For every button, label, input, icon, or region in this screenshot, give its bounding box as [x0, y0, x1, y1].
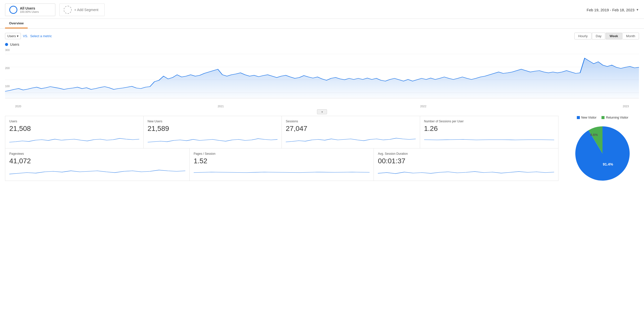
metric-card-sessions: Sessions 27,047: [282, 116, 420, 148]
mini-chart-avg-session-duration: [378, 167, 554, 177]
users-legend-label: Users: [10, 42, 19, 46]
time-btn-day[interactable]: Day: [592, 33, 605, 39]
metric-card-pageviews: Pageviews 41,072: [5, 148, 190, 181]
metric-value-sessions-per-user: 1.26: [424, 125, 554, 133]
segments-area: All Users 100.00% Users + Add Segment: [5, 4, 105, 16]
chart-legend: Users: [5, 42, 639, 46]
x-2020: 2020: [15, 105, 21, 108]
vs-label: VS.: [23, 34, 28, 38]
segment-all-users[interactable]: All Users 100.00% Users: [5, 4, 55, 16]
metric-value-new-users: 21,589: [148, 125, 278, 133]
date-range-selector[interactable]: Feb 19, 2019 - Feb 18, 2023 ▼: [587, 8, 639, 12]
add-segment-icon: [64, 6, 72, 14]
metrics-row-2: Pageviews 41,072 Pages / Session 1.52: [5, 148, 558, 181]
mini-chart-pages-per-session: [194, 167, 370, 177]
select-metric-link[interactable]: Select a metric: [30, 34, 52, 38]
metric-value-pageviews: 41,072: [9, 157, 185, 165]
collapse-button[interactable]: ▾: [317, 109, 327, 114]
pie-section: New Visitor Returning Visitor: [558, 116, 639, 184]
metric-card-users: Users 21,508: [5, 116, 144, 148]
date-range-arrow-icon: ▼: [636, 8, 639, 12]
metrics-row-1: Users 21,508 New Users 21,589: [5, 116, 558, 148]
chart-area: 300 200 100: [5, 48, 639, 108]
mini-chart-sessions: [286, 135, 416, 145]
legend-returning-visitor: Returning Visitor: [601, 116, 628, 119]
metric-dropdown[interactable]: Users ▾: [5, 33, 21, 39]
metric-card-new-users: New Users 21,589: [144, 116, 282, 148]
new-visitor-color-box: [577, 116, 580, 119]
mini-chart-users: [9, 135, 139, 145]
mini-chart-new-users: [148, 135, 278, 145]
bottom-section: Users 21,508 New Users 21,589: [0, 116, 644, 189]
users-legend-dot: [5, 43, 8, 46]
time-buttons: Hourly Day Week Month: [574, 33, 639, 39]
metric-selector: Users ▾ VS. Select a metric: [5, 33, 52, 39]
line-chart: [5, 48, 639, 104]
pie-chart: 91.4% 8.6%: [572, 123, 633, 184]
returning-visitor-legend-label: Returning Visitor: [606, 116, 628, 119]
metric-value-pages-per-session: 1.52: [194, 157, 370, 165]
chart-canvas: 2020 2021 2022 2023: [5, 48, 639, 108]
metric-card-pages-per-session: Pages / Session 1.52: [190, 148, 374, 181]
mini-chart-pageviews: [9, 167, 185, 177]
time-btn-month[interactable]: Month: [622, 33, 639, 39]
top-bar: All Users 100.00% Users + Add Segment Fe…: [0, 0, 644, 19]
segment-percentage: 100.00% Users: [20, 10, 39, 13]
metric-name-sessions: Sessions: [286, 120, 416, 123]
add-segment-box[interactable]: + Add Segment: [59, 4, 105, 16]
tab-overview[interactable]: Overview: [5, 19, 28, 28]
metric-value-sessions: 27,047: [286, 125, 416, 133]
pie-legend: New Visitor Returning Visitor: [577, 116, 628, 119]
metric-dropdown-arrow-icon: ▾: [17, 34, 19, 38]
legend-new-visitor: New Visitor: [577, 116, 596, 119]
new-visitor-legend-label: New Visitor: [581, 116, 596, 119]
date-range-text: Feb 19, 2019 - Feb 18, 2023: [587, 8, 634, 12]
metric-card-sessions-per-user: Number of Sessions per User 1.26: [420, 116, 558, 148]
segment-name: All Users: [20, 6, 39, 10]
returning-visitor-color-box: [601, 116, 605, 119]
metric-card-avg-session-duration: Avg. Session Duration 00:01:37: [374, 148, 558, 181]
metric-name-avg-session-duration: Avg. Session Duration: [378, 152, 554, 156]
tab-bar: Overview: [0, 19, 644, 29]
x-2022: 2022: [420, 105, 426, 108]
metric-name-pageviews: Pageviews: [9, 152, 185, 156]
x-2021: 2021: [218, 105, 224, 108]
chart-section: Users ▾ VS. Select a metric Hourly Day W…: [0, 29, 644, 116]
returning-visitor-pct-label: 8.6%: [590, 133, 598, 137]
metric-name-users: Users: [9, 120, 139, 123]
time-btn-week[interactable]: Week: [606, 33, 622, 39]
time-btn-hourly[interactable]: Hourly: [574, 33, 591, 39]
mini-chart-sessions-per-user: [424, 135, 554, 145]
metric-value-users: 21,508: [9, 125, 139, 133]
metric-name-pages-per-session: Pages / Session: [194, 152, 370, 156]
x-axis: 2020 2021 2022 2023: [5, 104, 639, 108]
collapse-btn-area: ▾: [5, 108, 639, 116]
metric-name-sessions-per-user: Number of Sessions per User: [424, 120, 554, 123]
metric-dropdown-label: Users: [7, 34, 16, 38]
metric-value-avg-session-duration: 00:01:37: [378, 157, 554, 165]
metric-name-new-users: New Users: [148, 120, 278, 123]
metrics-left: Users 21,508 New Users 21,589: [5, 116, 558, 184]
segment-circle-icon: [9, 6, 17, 14]
add-segment-label: + Add Segment: [74, 8, 98, 12]
chart-controls: Users ▾ VS. Select a metric Hourly Day W…: [5, 33, 639, 39]
x-2023: 2023: [623, 105, 629, 108]
new-visitor-pct-label: 91.4%: [603, 162, 613, 166]
